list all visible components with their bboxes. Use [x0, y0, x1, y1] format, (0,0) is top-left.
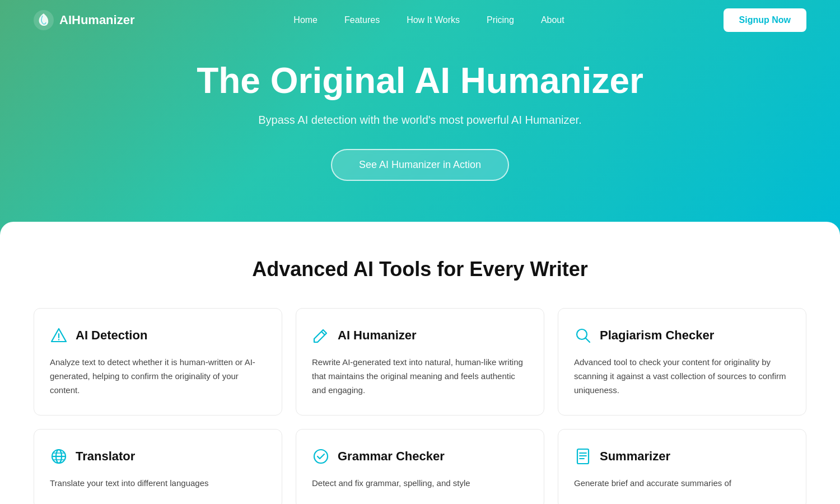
nav-pricing[interactable]: Pricing: [487, 15, 514, 25]
feature-title-ai-humanizer: AI Humanizer: [338, 328, 417, 343]
feature-header-grammar: Grammar Checker: [312, 447, 528, 465]
feature-title-grammar: Grammar Checker: [338, 449, 445, 464]
nav-links: Home Features How It Works Pricing About: [293, 15, 564, 25]
feature-desc-ai-humanizer: Rewrite AI-generated text into natural, …: [312, 356, 528, 397]
hero-title: The Original AI Humanizer: [197, 61, 643, 100]
feature-card-grammar: Grammar Checker Detect and fix grammar, …: [296, 429, 544, 504]
feature-title-ai-detection: AI Detection: [76, 328, 147, 343]
nav-about[interactable]: About: [541, 15, 564, 25]
nav-features[interactable]: Features: [344, 15, 380, 25]
svg-line-3: [321, 332, 325, 335]
features-grid: AI Detection Analyze text to detect whet…: [34, 308, 806, 504]
feature-header-translator: Translator: [50, 447, 266, 465]
feature-header-plagiarism: Plagiarism Checker: [574, 326, 790, 344]
feature-title-translator: Translator: [76, 449, 135, 464]
hero-subtitle: Bypass AI detection with the world's mos…: [258, 114, 581, 127]
feature-header-summarizer: Summarizer: [574, 447, 790, 465]
feature-desc-translator: Translate your text into different langu…: [50, 477, 266, 491]
svg-point-2: [58, 339, 59, 340]
feature-title-plagiarism: Plagiarism Checker: [600, 328, 714, 343]
check-circle-icon: [312, 447, 330, 465]
alert-triangle-icon: [50, 326, 68, 344]
feature-desc-summarizer: Generate brief and accurate summaries of: [574, 477, 790, 491]
edit-icon: [312, 326, 330, 344]
feature-desc-grammar: Detect and fix grammar, spelling, and st…: [312, 477, 528, 491]
file-text-icon: [574, 447, 592, 465]
hero-cta-button[interactable]: See AI Humanizer in Action: [331, 149, 509, 181]
svg-rect-12: [577, 449, 589, 464]
nav-how-it-works[interactable]: How It Works: [407, 15, 460, 25]
brand-logo[interactable]: AIHumanizer: [34, 10, 134, 30]
features-section: Advanced AI Tools for Every Writer AI De…: [0, 222, 840, 504]
brand-name: AIHumanizer: [59, 13, 134, 27]
feature-title-summarizer: Summarizer: [600, 449, 670, 464]
features-section-title: Advanced AI Tools for Every Writer: [34, 258, 806, 281]
globe-icon: [50, 447, 68, 465]
feature-card-translator: Translator Translate your text into diff…: [34, 429, 282, 504]
feature-desc-plagiarism: Advanced tool to check your content for …: [574, 356, 790, 397]
navbar: AIHumanizer Home Features How It Works P…: [0, 0, 840, 40]
signup-button[interactable]: Signup Now: [724, 8, 806, 32]
feature-header-ai-humanizer: AI Humanizer: [312, 326, 528, 344]
svg-line-5: [586, 338, 590, 342]
feature-desc-ai-detection: Analyze text to detect whether it is hum…: [50, 356, 266, 397]
feature-header-ai-detection: AI Detection: [50, 326, 266, 344]
feature-card-ai-detection: AI Detection Analyze text to detect whet…: [34, 308, 282, 416]
feature-card-ai-humanizer: AI Humanizer Rewrite AI-generated text i…: [296, 308, 544, 416]
logo-icon: [34, 10, 54, 30]
feature-card-summarizer: Summarizer Generate brief and accurate s…: [558, 429, 806, 504]
search-icon: [574, 326, 592, 344]
nav-home[interactable]: Home: [293, 15, 318, 25]
svg-point-11: [314, 450, 328, 463]
feature-card-plagiarism: Plagiarism Checker Advanced tool to chec…: [558, 308, 806, 416]
